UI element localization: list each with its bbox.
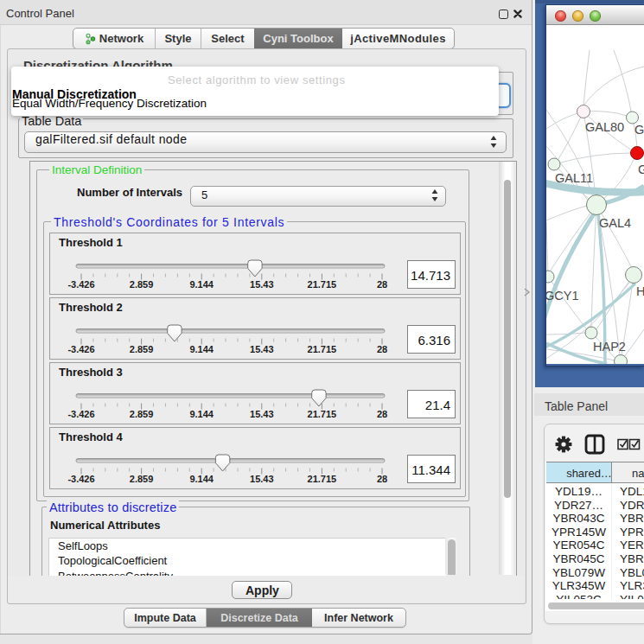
svg-text:15.43: 15.43 (250, 474, 274, 484)
svg-text:G: G (638, 163, 644, 176)
svg-text:28: 28 (377, 344, 387, 354)
svg-text:21.715: 21.715 (308, 409, 337, 419)
svg-text:2.859: 2.859 (130, 409, 154, 419)
svg-text:HAP2: HAP2 (593, 340, 626, 354)
svg-text:-3.426: -3.426 (67, 279, 94, 290)
svg-text:2.859: 2.859 (130, 474, 154, 484)
svg-text:-3.426: -3.426 (67, 344, 94, 354)
svg-text:9.144: 9.144 (189, 279, 214, 290)
svg-text:15.43: 15.43 (250, 344, 274, 354)
svg-text:21.715: 21.715 (308, 344, 337, 354)
svg-text:21.715: 21.715 (308, 279, 337, 290)
svg-text:15.43: 15.43 (250, 279, 274, 290)
svg-text:9.144: 9.144 (189, 474, 214, 484)
svg-text:9.144: 9.144 (189, 344, 214, 354)
svg-text:HA: HA (636, 284, 644, 298)
svg-text:2.859: 2.859 (130, 279, 154, 290)
svg-text:28: 28 (377, 279, 387, 290)
svg-text:GAL4: GAL4 (599, 216, 631, 230)
svg-text:15.43: 15.43 (250, 409, 274, 419)
svg-text:GCY1: GCY1 (546, 289, 579, 303)
svg-text:2.859: 2.859 (130, 344, 154, 354)
svg-text:GAL80: GAL80 (585, 120, 624, 134)
svg-text:21.715: 21.715 (308, 474, 337, 484)
svg-text:GAL11: GAL11 (555, 171, 593, 185)
svg-text:GA: GA (634, 123, 644, 137)
svg-text:28: 28 (377, 474, 387, 484)
svg-text:-3.426: -3.426 (67, 409, 94, 419)
svg-text:-3.426: -3.426 (67, 474, 94, 484)
svg-text:9.144: 9.144 (189, 409, 214, 419)
svg-text:28: 28 (377, 409, 387, 419)
